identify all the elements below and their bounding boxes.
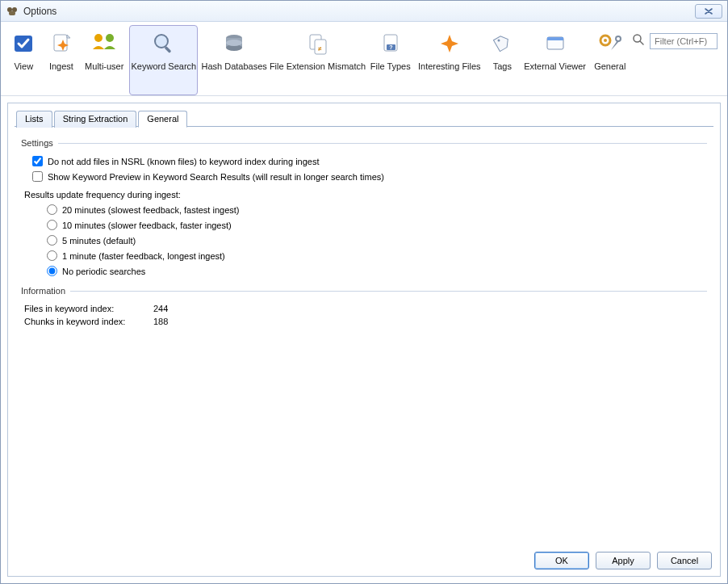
svg-text:?: ?	[389, 44, 392, 50]
multi-user-icon	[91, 31, 117, 57]
interesting-files-icon	[437, 31, 462, 57]
radio-none-row[interactable]: No periodic searches	[47, 266, 707, 276]
radio-5min-row[interactable]: 5 minutes (default)	[47, 235, 707, 246]
svg-point-23	[604, 39, 607, 42]
tab-general[interactable]: General	[138, 111, 187, 128]
ok-button[interactable]: OK	[534, 552, 589, 569]
radio-1min-row[interactable]: 1 minute (faster feedback, longest inges…	[47, 250, 707, 261]
file-types-icon: ?	[378, 31, 404, 57]
toolbar-item-tags[interactable]: Tags	[484, 25, 521, 95]
svg-point-6	[106, 34, 114, 42]
svg-point-7	[155, 35, 168, 48]
toolbar-item-hash-databases[interactable]: Hash Databases	[199, 25, 269, 95]
toolbar-item-file-extension-mismatch[interactable]: ≠ File Extension Mismatch	[270, 25, 365, 95]
radio-none[interactable]	[47, 266, 57, 276]
toolbar-label: Multi-user	[85, 61, 123, 71]
toolbar-label: Ingest	[49, 61, 73, 71]
info-chunks-value: 188	[153, 317, 202, 326]
radio-1min-label: 1 minute (faster feedback, longest inges…	[62, 251, 225, 261]
checkbox-nsrl-label: Do not add files in NSRL (known files) t…	[48, 157, 319, 166]
filter-input[interactable]	[650, 33, 718, 49]
close-button[interactable]	[695, 4, 722, 19]
info-files-value: 244	[153, 304, 202, 313]
tab-lists[interactable]: Lists	[16, 111, 52, 128]
main-toolbar: View Ingest Multi-user	[1, 22, 727, 96]
svg-rect-21	[547, 37, 563, 40]
radio-20min-row[interactable]: 20 minutes (slowest feedback, fastest in…	[47, 204, 707, 215]
checkbox-nsrl-row[interactable]: Do not add files in NSRL (known files) t…	[32, 156, 707, 166]
checkbox-preview-label: Show Keyword Preview in Keyword Search R…	[48, 172, 384, 182]
toolbar-label: External Viewer	[524, 61, 586, 71]
svg-rect-2	[9, 11, 15, 15]
search-icon	[151, 31, 177, 57]
toolbar-label: View	[14, 61, 33, 71]
radio-10min-label: 10 minutes (slower feedback, faster inge…	[62, 221, 232, 230]
checkbox-nsrl[interactable]	[32, 156, 43, 166]
toolbar-label: Keyword Search	[132, 61, 197, 71]
info-files-row: Files in keyword index: 244	[24, 304, 707, 313]
toolbar-item-view[interactable]: View	[6, 25, 42, 95]
toolbar-label: File Types	[370, 61, 411, 71]
file-ext-mismatch-icon: ≠	[305, 31, 331, 57]
title-bar: Options	[1, 1, 727, 22]
svg-point-24	[616, 36, 621, 41]
filter-area	[632, 25, 722, 95]
sub-tabs: Lists String Extraction General	[16, 110, 720, 127]
general-settings-icon	[597, 31, 623, 57]
radio-1min[interactable]	[47, 250, 57, 261]
toolbar-label: Hash Databases	[202, 61, 267, 71]
toolbar-label: General	[594, 61, 625, 71]
settings-legend: Settings	[21, 138, 58, 148]
apply-button[interactable]: Apply	[596, 552, 651, 569]
settings-section: Settings	[21, 138, 707, 148]
content-panel: Lists String Extraction General Settings…	[7, 103, 721, 577]
external-viewer-icon	[542, 31, 568, 57]
svg-point-12	[226, 40, 242, 46]
info-chunks-row: Chunks in keyword index: 188	[24, 317, 707, 326]
tab-string-extraction[interactable]: String Extraction	[54, 111, 137, 128]
freq-heading: Results update frequency during ingest:	[24, 190, 707, 200]
toolbar-label: Tags	[493, 61, 512, 71]
search-icon	[632, 33, 645, 48]
svg-rect-4	[54, 35, 67, 51]
svg-rect-8	[164, 46, 171, 53]
radio-none-label: No periodic searches	[62, 267, 145, 276]
ingest-icon	[48, 31, 74, 57]
toolbar-item-ingest[interactable]: Ingest	[44, 25, 80, 95]
checkbox-preview-row[interactable]: Show Keyword Preview in Keyword Search R…	[32, 171, 707, 182]
toolbar-item-external-viewer[interactable]: External Viewer	[522, 25, 588, 95]
toolbar-item-interesting-files[interactable]: Interesting Files	[416, 25, 483, 95]
cancel-button[interactable]: Cancel	[657, 552, 712, 569]
app-icon	[6, 5, 19, 18]
radio-10min[interactable]	[47, 220, 57, 230]
dialog-buttons: OK Apply Cancel	[534, 552, 712, 569]
radio-10min-row[interactable]: 10 minutes (slower feedback, faster inge…	[47, 220, 707, 230]
toolbar-item-general[interactable]: General	[590, 25, 631, 95]
options-window: Options View	[0, 0, 728, 584]
tags-icon	[489, 31, 515, 57]
toolbar-label: File Extension Mismatch	[270, 61, 366, 71]
toolbar-item-multi-user[interactable]: Multi-user	[81, 25, 128, 95]
toolbar-item-file-types[interactable]: ? File Types	[366, 25, 415, 95]
information-section: Information	[21, 286, 707, 296]
radio-5min[interactable]	[47, 235, 57, 246]
info-chunks-label: Chunks in keyword index:	[24, 317, 153, 326]
info-files-label: Files in keyword index:	[24, 304, 153, 313]
svg-point-19	[498, 40, 500, 42]
svg-line-26	[640, 41, 643, 44]
svg-point-5	[94, 34, 103, 42]
freq-radio-group: 20 minutes (slowest feedback, fastest in…	[36, 204, 707, 276]
svg-text:≠: ≠	[318, 45, 322, 53]
radio-20min[interactable]	[47, 204, 57, 215]
close-icon	[704, 7, 713, 15]
view-icon	[10, 31, 36, 57]
window-title: Options	[23, 6, 56, 17]
checkbox-preview[interactable]	[32, 171, 43, 182]
tab-panel-general: Settings Do not add files in NSRL (known…	[15, 126, 713, 569]
radio-5min-label: 5 minutes (default)	[62, 236, 136, 246]
toolbar-label: Interesting Files	[418, 61, 481, 71]
information-legend: Information	[21, 286, 70, 296]
toolbar-item-keyword-search[interactable]: Keyword Search	[129, 25, 198, 95]
radio-20min-label: 20 minutes (slowest feedback, fastest in…	[62, 205, 240, 215]
database-icon	[221, 31, 247, 57]
